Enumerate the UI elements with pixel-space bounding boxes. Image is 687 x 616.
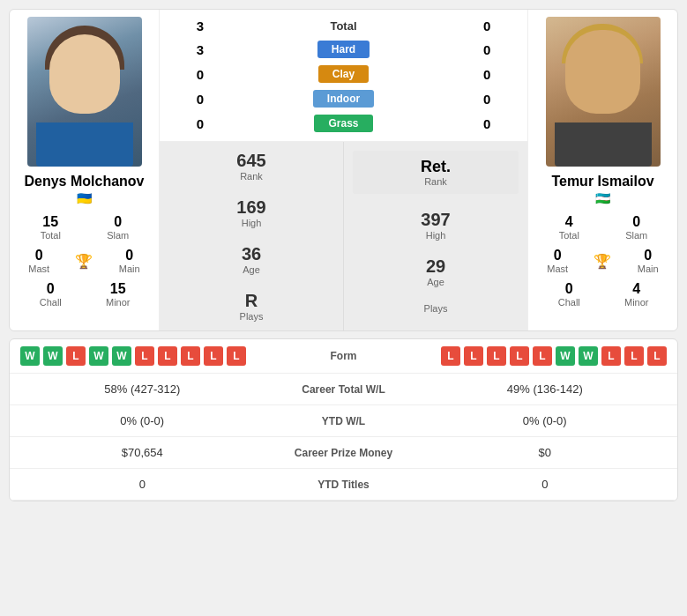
- grass-score-right: 0: [483, 116, 510, 131]
- right-high-stat: 397 High: [353, 210, 519, 241]
- form-label: Form: [273, 350, 414, 362]
- stat-right-value: 0: [423, 478, 668, 491]
- clay-score-row: 0 Clay 0: [177, 65, 510, 83]
- left-player-flag: 🇺🇦: [17, 191, 152, 205]
- right-trophy-icon: 🏆: [579, 244, 625, 278]
- grass-score-left: 0: [177, 116, 204, 131]
- right-mast-stat: 0 Mast: [535, 244, 579, 278]
- grass-score-label: Grass: [213, 115, 474, 132]
- right-player-column: Temur Ismailov 🇺🇿 4 Total 0 Slam 0 Mast …: [527, 10, 677, 330]
- form-badge-l: L: [181, 346, 200, 366]
- clay-score-right: 0: [483, 67, 510, 82]
- form-badge-w: W: [89, 346, 108, 366]
- total-score-row: 3 Total 0: [177, 19, 510, 33]
- form-badge-l: L: [204, 346, 223, 366]
- left-rank-stat: 645 Rank: [168, 151, 334, 182]
- stat-left-value: 0% (0-0): [20, 414, 265, 427]
- right-rank-stat: Ret. Rank: [353, 151, 519, 194]
- left-age-stat: 36 Age: [168, 244, 334, 275]
- left-form-badges: WWLWWLLLLL: [20, 346, 273, 366]
- comparison-card: Denys Molchanov 🇺🇦 15 Total 0 Slam 0 Mas…: [9, 9, 678, 331]
- left-mid-stats: 645 Rank 169 High 36 Age R Plays: [160, 142, 344, 330]
- center-area: 3 Total 0 3 Hard 0 0: [160, 10, 527, 330]
- form-badge-l: L: [533, 346, 552, 366]
- left-chall-stat: 0 Chall: [17, 278, 85, 311]
- right-main-stat: 0 Main: [626, 244, 670, 278]
- stat-right-value: 49% (136-142): [423, 382, 668, 396]
- form-badge-w: W: [43, 346, 63, 366]
- grass-score-row: 0 Grass 0: [177, 115, 510, 132]
- form-badge-w: W: [579, 346, 598, 366]
- right-chall-stat: 0 Chall: [535, 278, 603, 311]
- right-player-flag: 🇺🇿: [535, 191, 670, 205]
- right-mid-stats: Ret. Rank 397 High 29 Age Plays: [344, 142, 527, 330]
- stat-rows: 58% (427-312) Career Total W/L 49% (136-…: [10, 374, 677, 501]
- left-player-column: Denys Molchanov 🇺🇦 15 Total 0 Slam 0 Mas…: [10, 10, 160, 330]
- stat-label: Career Total W/L: [265, 383, 423, 396]
- hard-score-row: 3 Hard 0: [177, 41, 510, 58]
- stat-label: YTD Titles: [265, 479, 423, 491]
- left-player-photo: [27, 17, 142, 167]
- stats-row: 0% (0-0) YTD W/L 0% (0-0): [10, 405, 677, 437]
- mid-stats-row: 645 Rank 169 High 36 Age R Plays: [160, 142, 527, 330]
- page-container: Denys Molchanov 🇺🇦 15 Total 0 Slam 0 Mas…: [0, 0, 687, 510]
- hard-score-label: Hard: [213, 41, 474, 58]
- right-minor-stat: 4 Minor: [603, 278, 671, 311]
- indoor-score-row: 0 Indoor 0: [177, 90, 510, 108]
- right-total-stat: 4 Total: [535, 211, 603, 244]
- right-player-photo: [546, 17, 661, 167]
- left-high-stat: 169 High: [168, 197, 334, 228]
- stats-row: $70,654 Career Prize Money $0: [10, 437, 677, 469]
- indoor-score-left: 0: [177, 92, 204, 107]
- form-badge-l: L: [647, 346, 667, 366]
- score-section: 3 Total 0 3 Hard 0 0: [160, 10, 527, 142]
- indoor-score-right: 0: [483, 92, 510, 107]
- stat-left-value: 58% (427-312): [20, 382, 265, 396]
- stat-left-value: 0: [20, 478, 265, 491]
- right-player-stats: 4 Total 0 Slam 0 Mast 🏆 0 Main: [535, 211, 670, 311]
- left-player-stats: 15 Total 0 Slam 0 Mast 🏆 0 Main: [17, 211, 152, 311]
- form-badge-l: L: [66, 346, 86, 366]
- left-main-stat: 0 Main: [108, 244, 152, 278]
- indoor-score-label: Indoor: [213, 90, 474, 108]
- stat-label: YTD W/L: [265, 415, 423, 427]
- right-player-name: Temur Ismailov: [535, 174, 670, 189]
- form-badge-w: W: [112, 346, 131, 366]
- hard-score-left: 3: [177, 42, 204, 57]
- form-badge-l: L: [135, 346, 154, 366]
- left-slam-stat: 0 Slam: [85, 211, 153, 244]
- left-total-stat: 15 Total: [17, 211, 85, 244]
- form-and-stats-card: WWLWWLLLLL Form LLLLLWWLLL 58% (427-312)…: [9, 338, 678, 501]
- clay-score-left: 0: [177, 67, 204, 82]
- left-player-name: Denys Molchanov: [17, 174, 152, 189]
- form-badge-l: L: [510, 346, 529, 366]
- total-score-right: 0: [483, 19, 510, 33]
- left-minor-stat: 15 Minor: [85, 278, 153, 311]
- form-badge-l: L: [158, 346, 177, 366]
- right-slam-stat: 0 Slam: [603, 211, 671, 244]
- total-score-left: 3: [177, 19, 204, 33]
- clay-score-label: Clay: [213, 65, 474, 83]
- stats-row: 58% (427-312) Career Total W/L 49% (136-…: [10, 374, 677, 405]
- form-badge-w: W: [20, 346, 40, 366]
- form-badge-l: L: [624, 346, 644, 366]
- stat-left-value: $70,654: [20, 446, 265, 459]
- form-badge-l: L: [601, 346, 621, 366]
- stats-row: 0 YTD Titles 0: [10, 469, 677, 501]
- form-badge-l: L: [441, 346, 460, 366]
- left-trophy-icon: 🏆: [61, 244, 107, 278]
- right-plays-stat: Plays: [353, 303, 519, 314]
- left-plays-stat: R Plays: [168, 291, 334, 322]
- total-score-label: Total: [213, 19, 474, 33]
- left-mast-stat: 0 Mast: [17, 244, 61, 278]
- form-badge-l: L: [464, 346, 483, 366]
- right-age-stat: 29 Age: [353, 256, 519, 287]
- hard-score-right: 0: [483, 42, 510, 57]
- stat-right-value: $0: [423, 446, 668, 459]
- stat-label: Career Prize Money: [265, 447, 423, 459]
- form-badge-l: L: [487, 346, 506, 366]
- form-badge-w: W: [556, 346, 575, 366]
- form-row: WWLWWLLLLL Form LLLLLWWLLL: [10, 339, 677, 374]
- stat-right-value: 0% (0-0): [423, 414, 668, 427]
- form-badge-l: L: [227, 346, 246, 366]
